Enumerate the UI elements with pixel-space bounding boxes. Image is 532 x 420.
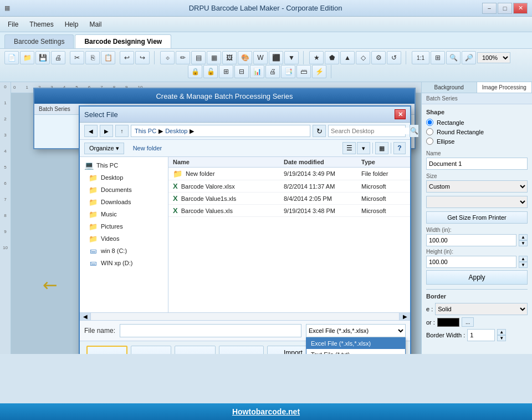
paste-btn[interactable]: 📋 bbox=[101, 51, 115, 64]
sidebar-item-win8c[interactable]: 🖴 win 8 (C:) bbox=[80, 245, 168, 257]
close-button[interactable]: ✕ bbox=[513, 3, 528, 14]
import-btn[interactable]: Import bbox=[86, 346, 127, 354]
height-input[interactable]: 100.00 bbox=[426, 256, 516, 268]
bottom-link[interactable]: Howtobarcode.net bbox=[232, 407, 300, 416]
std-row2-btn6[interactable]: 🖨 bbox=[265, 65, 280, 78]
sidebar-item-thispc[interactable]: 💻 This PC bbox=[80, 159, 168, 171]
draw-btn6[interactable]: 🎨 bbox=[238, 51, 252, 64]
filetype-option-excel[interactable]: Excel File (*.xls,*.xlsx) bbox=[306, 338, 405, 349]
sidebar-item-winxpd[interactable]: 🖴 WIN xp (D:) bbox=[80, 257, 168, 269]
width-up-btn[interactable]: ▲ bbox=[519, 234, 528, 240]
zoom-out-btn[interactable]: 🔎 bbox=[462, 51, 476, 64]
cut-btn[interactable]: ✂ bbox=[70, 51, 84, 64]
panel-tab-image-processing[interactable]: Image Processing bbox=[477, 82, 533, 93]
menu-file[interactable]: File bbox=[2, 18, 24, 31]
scroll-right-btn[interactable]: ▶ bbox=[399, 313, 410, 320]
nav-up-btn[interactable]: ↑ bbox=[115, 125, 129, 137]
get-size-btn[interactable]: Get Size From Printer bbox=[426, 211, 528, 224]
std-row2-btn3[interactable]: ⊞ bbox=[219, 65, 233, 78]
panel-tab-background[interactable]: Background bbox=[422, 82, 477, 93]
sidebar-item-videos[interactable]: 📁 Videos bbox=[80, 232, 168, 245]
sidebar-item-documents[interactable]: 📁 Documents bbox=[80, 184, 168, 196]
help-btn[interactable]: ? bbox=[393, 142, 406, 154]
size-select[interactable]: Custom bbox=[426, 180, 528, 193]
filetype-option-txt[interactable]: Text File (*.txt) bbox=[306, 349, 405, 354]
menu-mail[interactable]: Mail bbox=[84, 18, 107, 31]
shape-rectangle[interactable]: Rectangle bbox=[426, 119, 528, 126]
name-input[interactable]: Document 1 bbox=[426, 158, 528, 170]
draw-btn8[interactable]: ⬛ bbox=[269, 51, 283, 64]
shape-btn5[interactable]: ⚙ bbox=[371, 51, 386, 64]
draw-btn1[interactable]: ⟐ bbox=[160, 51, 175, 64]
nav-back-btn[interactable]: ◀ bbox=[84, 125, 98, 137]
border-color-swatch[interactable] bbox=[437, 318, 459, 327]
export-btn[interactable]: Export bbox=[131, 346, 171, 354]
create-list-btn[interactable]: Create List bbox=[175, 346, 216, 354]
size-sub-select[interactable] bbox=[426, 196, 528, 208]
shape-btn1[interactable]: ★ bbox=[309, 51, 324, 64]
delete-row-btn[interactable]: Delete Row(s) bbox=[219, 346, 264, 354]
refresh-btn[interactable]: ↻ bbox=[313, 125, 326, 137]
sidebar-item-downloads[interactable]: 📁 Downloads bbox=[80, 196, 168, 208]
file-row-0[interactable]: 📁 New folder 9/19/2014 3:49 PM File fold… bbox=[168, 168, 410, 180]
height-down-btn[interactable]: ▼ bbox=[519, 262, 528, 268]
zoom-ratio-btn[interactable]: 1:1 bbox=[412, 51, 429, 64]
organize-btn[interactable]: Organize ▾ bbox=[84, 143, 124, 154]
draw-btn3[interactable]: ▤ bbox=[191, 51, 206, 64]
print-btn[interactable]: 🖨 bbox=[51, 51, 65, 64]
menu-help[interactable]: Help bbox=[59, 18, 84, 31]
file-row-2[interactable]: X Barcode Value1s.xls 8/4/2014 2:05 PM M… bbox=[168, 193, 410, 205]
shape-btn4[interactable]: ◇ bbox=[356, 51, 370, 64]
std-row2-btn5[interactable]: 📊 bbox=[250, 65, 264, 78]
width-down-btn[interactable]: ▼ bbox=[519, 240, 528, 246]
shape-btn3[interactable]: ▲ bbox=[340, 51, 355, 64]
tab-barcode-settings[interactable]: Barcode Settings bbox=[4, 34, 74, 48]
shape-round-radio[interactable] bbox=[426, 128, 433, 135]
height-up-btn[interactable]: ▲ bbox=[519, 256, 528, 262]
shape-round-rectangle[interactable]: Round Rectangle bbox=[426, 128, 528, 135]
zoom-fit-btn[interactable]: ⊞ bbox=[431, 51, 445, 64]
std-row2-btn4[interactable]: ⊟ bbox=[234, 65, 249, 78]
border-style-select[interactable]: Solid bbox=[435, 303, 528, 315]
border-width-down-btn[interactable]: ▼ bbox=[497, 335, 506, 341]
std-row2-btn1[interactable]: 🔒 bbox=[188, 65, 202, 78]
copy-btn[interactable]: ⎘ bbox=[85, 51, 100, 64]
new-btn[interactable]: 📄 bbox=[4, 51, 19, 64]
sidebar-item-music[interactable]: 📁 Music bbox=[80, 208, 168, 220]
file-row-3[interactable]: X Barcode Values.xls 9/19/2014 3:48 PM M… bbox=[168, 205, 410, 217]
shape-btn6[interactable]: ↺ bbox=[387, 51, 401, 64]
undo-btn[interactable]: ↩ bbox=[120, 51, 134, 64]
file-row-1[interactable]: X Barcode Valore.xlsx 8/2/2014 11:37 AM … bbox=[168, 180, 410, 193]
std-row2-btn7[interactable]: 📑 bbox=[281, 65, 295, 78]
select-dialog-close[interactable]: ✕ bbox=[395, 109, 406, 119]
border-color-pick-btn[interactable]: ... bbox=[462, 317, 474, 327]
new-folder-btn[interactable]: New folder bbox=[129, 143, 167, 153]
maximize-button[interactable]: □ bbox=[498, 3, 512, 14]
draw-btn4[interactable]: ▦ bbox=[207, 51, 221, 64]
border-width-input[interactable]: 1 bbox=[467, 329, 495, 341]
shape-ellipse[interactable]: Ellipse bbox=[426, 138, 528, 145]
width-input[interactable]: 100.00 bbox=[426, 234, 516, 246]
open-btn[interactable]: 📁 bbox=[20, 51, 34, 64]
tab-barcode-designing[interactable]: Barcode Designing View bbox=[75, 34, 171, 48]
shape-btn2[interactable]: ⬟ bbox=[325, 51, 339, 64]
view-toggle-btn[interactable]: ▾ bbox=[357, 142, 370, 154]
preview-btn[interactable]: ▦ bbox=[375, 142, 388, 154]
draw-btn2[interactable]: ✏ bbox=[176, 51, 190, 64]
std-row2-btn2[interactable]: 🔓 bbox=[203, 65, 218, 78]
zoom-in-btn[interactable]: 🔍 bbox=[446, 51, 461, 64]
nav-fwd-btn[interactable]: ▶ bbox=[100, 125, 113, 137]
scroll-left-btn[interactable]: ◀ bbox=[80, 313, 91, 320]
search-icon[interactable]: 🔍 bbox=[410, 125, 418, 137]
minimize-button[interactable]: − bbox=[482, 3, 497, 14]
border-width-up-btn[interactable]: ▲ bbox=[497, 329, 506, 335]
sidebar-item-pictures[interactable]: 📁 Pictures bbox=[80, 220, 168, 232]
std-row2-btn9[interactable]: ⚡ bbox=[312, 65, 326, 78]
change-layout-btn[interactable]: ☰ bbox=[342, 142, 356, 154]
draw-btn9[interactable]: ▼ bbox=[284, 51, 299, 64]
filetype-select[interactable]: Excel File (*.xls,*.xlsx) Text File (*.t… bbox=[306, 324, 406, 337]
draw-btn7[interactable]: W bbox=[253, 51, 268, 64]
save-btn[interactable]: 💾 bbox=[35, 51, 50, 64]
std-row2-btn8[interactable]: 🗃 bbox=[296, 65, 311, 78]
apply-btn[interactable]: Apply bbox=[426, 270, 528, 285]
